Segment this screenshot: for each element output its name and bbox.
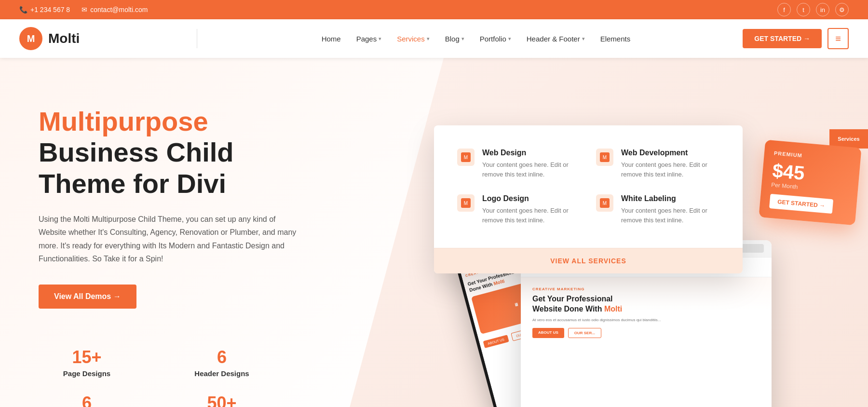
stat-footer-designs: 6 Footer Designs	[39, 393, 135, 407]
nav-services[interactable]: Services ▾	[390, 31, 436, 47]
service-white-labeling[interactable]: M White Labeling Your content goes here.…	[588, 187, 727, 232]
instagram-icon[interactable]: in	[816, 3, 829, 16]
stat-header-designs: 6 Header Designs	[174, 347, 270, 378]
browser-title-line2: Website Done With	[532, 305, 602, 313]
nav-blog[interactable]: Blog ▾	[438, 31, 471, 47]
hero-content: Multipurpose Business Child Theme for Di…	[0, 58, 338, 407]
phone-brand: Molti	[493, 278, 505, 286]
browser-brand: Molti	[604, 305, 622, 313]
web-design-icon: M	[457, 149, 475, 166]
phone-info: 📞 +1 234 567 8	[19, 6, 70, 14]
blog-chevron: ▾	[461, 36, 464, 42]
logo-design-title: Logo Design	[482, 194, 581, 203]
web-design-info: Web Design Your content goes here. Edit …	[482, 149, 581, 179]
services-dropdown: M Web Design Your content goes here. Edi…	[434, 125, 743, 273]
phone-illus-title: 🖥	[514, 302, 519, 308]
facebook-icon[interactable]: f	[777, 3, 791, 16]
hero-description: Using the Molti Multipurpose Child Theme…	[39, 213, 299, 265]
email-icon: ✉	[81, 6, 87, 14]
browser-desc: At vero eos et accusamus et iusto odio d…	[532, 317, 760, 323]
stat-header-designs-label: Header Designs	[174, 369, 270, 378]
header-divider	[197, 29, 197, 48]
white-label-desc: Your content goes here. Edit or remove t…	[621, 206, 719, 225]
browser-title-line1: Get Your Professional	[532, 295, 613, 303]
stat-footer-designs-number: 6	[39, 393, 135, 407]
logo-design-desc: Your content goes here. Edit or remove t…	[482, 206, 581, 225]
web-dev-info: Web Development Your content goes here. …	[621, 149, 719, 179]
logo-area: M Molti	[19, 27, 80, 50]
main-nav: Home Pages ▾ Services ▾ Blog ▾ Portfolio…	[315, 31, 637, 47]
header-right: GET STARTED → ≡	[743, 28, 849, 49]
web-design-desc: Your content goes here. Edit or remove t…	[482, 160, 581, 179]
social-links: f t in ⚙	[777, 3, 849, 16]
hero-title-rest: Business Child Theme for Divi	[39, 137, 234, 198]
web-dev-desc: Your content goes here. Edit or remove t…	[621, 160, 719, 179]
logo-design-icon: M	[457, 194, 475, 212]
stats-grid: 15+ Page Designs 6 Header Designs 6 Foot…	[39, 347, 270, 407]
white-label-icon: M	[596, 194, 613, 212]
get-started-button[interactable]: GET STARTED →	[743, 29, 822, 48]
services-grid: M Web Design Your content goes here. Edi…	[434, 125, 743, 248]
email-info: ✉ contact@molti.com	[81, 6, 148, 14]
email-address: contact@molti.com	[90, 6, 148, 14]
twitter-icon[interactable]: t	[797, 3, 810, 16]
hero-title-highlight: Multipurpose	[39, 106, 208, 136]
price-cta-button[interactable]: GET STARTED →	[769, 194, 833, 214]
logo-design-info: Logo Design Your content goes here. Edit…	[482, 194, 581, 225]
settings-icon[interactable]: ⚙	[835, 3, 849, 16]
browser-content: M Molti Home Pages ▾ Services ▾ Blog ▾ P…	[521, 258, 772, 407]
phone-number: +1 234 567 8	[30, 6, 70, 14]
hero-section: Multipurpose Business Child Theme for Di…	[0, 58, 868, 407]
hero-title: Multipurpose Business Child Theme for Di…	[39, 106, 299, 199]
nav-home[interactable]: Home	[315, 31, 348, 47]
web-dev-title: Web Development	[621, 149, 719, 157]
nav-elements[interactable]: Elements	[594, 31, 637, 47]
web-design-icon-inner: M	[461, 152, 471, 162]
portfolio-chevron: ▾	[508, 36, 511, 42]
logo-design-icon-inner: M	[461, 198, 471, 208]
service-web-development[interactable]: M Web Development Your content goes here…	[588, 141, 727, 187]
phone-illustration-content: 🖥	[514, 302, 519, 308]
stat-element-designs: 50+ Element Designs	[174, 393, 270, 407]
logo-icon[interactable]: M	[19, 27, 42, 50]
stat-page-designs-label: Page Designs	[39, 369, 135, 378]
browser-about-btn[interactable]: ABOUT US	[532, 328, 564, 338]
pages-chevron: ▾	[379, 36, 381, 42]
browser-title: Get Your Professional Website Done With …	[532, 294, 760, 314]
white-label-info: White Labeling Your content goes here. E…	[621, 194, 719, 225]
nav-header-footer[interactable]: Header & Footer ▾	[520, 31, 592, 47]
price-number: 45	[782, 161, 805, 184]
nav-portfolio[interactable]: Portfolio ▾	[473, 31, 518, 47]
browser-services-btn[interactable]: OUR SER...	[568, 328, 601, 338]
stat-element-designs-number: 50+	[174, 393, 270, 407]
white-label-icon-inner: M	[600, 198, 610, 208]
header: M Molti Home Pages ▾ Services ▾ Blog ▾ P…	[0, 19, 868, 58]
web-design-title: Web Design	[482, 149, 581, 157]
view-all-services-button[interactable]: VIEW ALL SERVICES	[434, 248, 743, 273]
browser-tagline: CREATIVE MARKETING	[532, 287, 760, 291]
stat-header-designs-number: 6	[174, 347, 270, 367]
menu-button[interactable]: ≡	[827, 28, 849, 49]
web-dev-icon-inner: M	[600, 152, 610, 162]
services-chevron: ▾	[427, 36, 430, 42]
stat-page-designs-number: 15+	[39, 347, 135, 367]
top-bar-left: 📞 +1 234 567 8 ✉ contact@molti.com	[19, 6, 148, 14]
nav-pages[interactable]: Pages ▾	[350, 31, 389, 47]
header-footer-chevron: ▾	[582, 36, 585, 42]
stat-page-designs: 15+ Page Designs	[39, 347, 135, 378]
white-label-title: White Labeling	[621, 194, 719, 203]
logo-letter: M	[27, 33, 35, 44]
view-all-demos-button[interactable]: View All Demos →	[39, 285, 136, 309]
price-card: PREMIUM $45 Per Month GET STARTED →	[759, 140, 861, 226]
browser-hero-content: CREATIVE MARKETING Get Your Professional…	[521, 277, 772, 348]
phone-icon: 📞	[19, 6, 27, 14]
phone-about-btn[interactable]: ABOUT US	[483, 335, 509, 348]
service-logo-design[interactable]: M Logo Design Your content goes here. Ed…	[449, 187, 588, 232]
web-dev-icon: M	[596, 149, 613, 166]
service-web-design[interactable]: M Web Design Your content goes here. Edi…	[449, 141, 588, 187]
top-bar: 📞 +1 234 567 8 ✉ contact@molti.com f t i…	[0, 0, 868, 19]
browser-buttons: ABOUT US OUR SER...	[532, 328, 760, 338]
logo-name[interactable]: Molti	[48, 31, 80, 46]
